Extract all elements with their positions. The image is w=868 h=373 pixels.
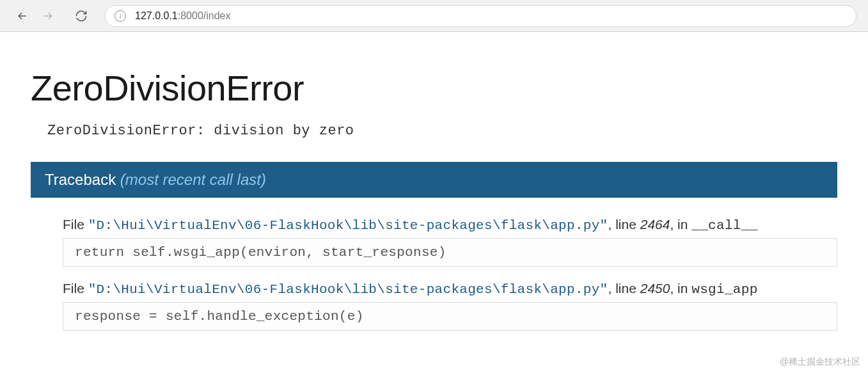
traceback-frame[interactable]: File "D:\Hui\VirtualEnv\06-FlaskHook\lib… [63,281,837,331]
frame-line-prefix: , line [608,217,640,232]
arrow-right-icon [42,10,54,22]
frame-in-prefix: , in [670,217,691,232]
frame-function-name: wsgi_app [691,282,757,297]
frame-code-line[interactable]: response = self.handle_exception(e) [63,302,837,331]
url-host: 127.0.0.1 [135,10,178,21]
frame-file-prefix: File [63,217,88,232]
frame-file-path: "D:\Hui\VirtualEnv\06-FlaskHook\lib\site… [88,282,608,297]
frame-function-name: __call__ [691,218,757,233]
info-icon: i [114,10,126,22]
frame-code-line[interactable]: return self.wsgi_app(environ, start_resp… [63,238,837,267]
frame-line-number: 2450 [640,281,670,296]
error-message: ZeroDivisionError: division by zero [47,123,837,139]
address-bar[interactable]: i 127.0.0.1:8000/index [105,5,856,27]
traceback-frame[interactable]: File "D:\Hui\VirtualEnv\06-FlaskHook\lib… [63,217,837,267]
traceback-label: Traceback [45,171,120,188]
url-path: :8000/index [178,10,231,21]
traceback-header: Traceback (most recent call last) [31,162,837,198]
traceback-frames: File "D:\Hui\VirtualEnv\06-FlaskHook\lib… [31,198,837,331]
error-title: ZeroDivisionError [31,67,837,109]
frame-file-prefix: File [63,281,88,296]
frame-file-path: "D:\Hui\VirtualEnv\06-FlaskHook\lib\site… [88,218,608,233]
reload-button[interactable] [70,5,92,27]
frame-line-prefix: , line [608,281,640,296]
frame-location: File "D:\Hui\VirtualEnv\06-FlaskHook\lib… [63,281,837,297]
page-content: ZeroDivisionError ZeroDivisionError: div… [0,32,868,331]
browser-toolbar: i 127.0.0.1:8000/index [0,0,868,32]
arrow-left-icon [16,10,29,22]
url-text: 127.0.0.1:8000/index [135,10,230,22]
frame-location: File "D:\Hui\VirtualEnv\06-FlaskHook\lib… [63,217,837,233]
reload-icon [75,10,88,22]
frame-line-number: 2464 [640,217,670,232]
watermark: @稀土掘金技术社区 [780,356,860,368]
forward-button[interactable] [37,5,59,27]
frame-in-prefix: , in [670,281,691,296]
traceback-suffix: (most recent call last) [120,171,266,188]
back-button[interactable] [12,5,33,27]
